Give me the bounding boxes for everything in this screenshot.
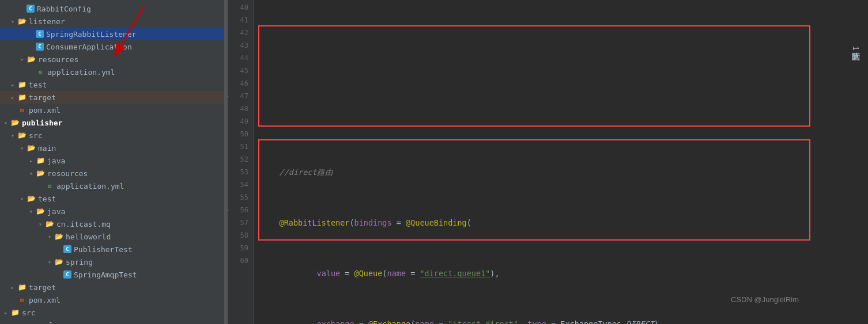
line-num-55: 55 <box>228 191 248 204</box>
tree-label: PublisherTest <box>74 245 133 254</box>
line-num-51: 51 <box>228 140 248 153</box>
tree-item-resources1[interactable]: resources <box>0 53 224 66</box>
tree-item-application-yml-2[interactable]: application.yml <box>0 180 224 192</box>
folder-open-icon <box>10 118 20 127</box>
tree-label: java <box>47 157 65 165</box>
file-tree[interactable]: RabbitConfig listener SpringRabbitListen… <box>0 0 225 324</box>
arrow-icon <box>46 258 53 265</box>
line-num-45: 45 <box>228 64 248 77</box>
tree-label: listener <box>29 17 65 26</box>
folder-open-icon <box>17 17 27 26</box>
tree-item-test2[interactable]: test <box>0 192 224 205</box>
folder-icon <box>17 80 27 89</box>
gutter-marker-56: ◈ <box>228 204 229 216</box>
tree-label: resources <box>38 55 78 64</box>
folder-icon <box>10 308 20 317</box>
tree-item-java1[interactable]: java <box>0 154 224 167</box>
line-num-48: 48 <box>228 102 248 115</box>
tree-label: cn.itcast.mq <box>56 220 111 228</box>
tree-label: src <box>22 308 35 317</box>
gutter-marker-47: ◈ <box>228 90 229 102</box>
arrow-icon <box>18 195 25 202</box>
code-editor: 40 41 42 43 44 45 46 47 ◈ 48 49 50 51 52… <box>228 0 868 324</box>
tree-item-spring-amqp-test[interactable]: SpringAmqpTest <box>0 268 224 281</box>
tree-item-pom-xml-2[interactable]: pom.xml <box>0 293 224 306</box>
tree-label: target <box>29 93 56 102</box>
tree-label: main <box>38 144 56 153</box>
tree-item-helloworld[interactable]: helloworld <box>0 230 224 243</box>
java-class-icon <box>63 245 71 253</box>
line-num-53: 53 <box>228 166 248 178</box>
tree-item-src1[interactable]: src <box>0 129 224 142</box>
tree-item-resources2[interactable]: resources <box>0 167 224 180</box>
annotation-box-1 <box>258 25 810 127</box>
folder-open-icon <box>54 232 63 241</box>
arrow-icon <box>28 157 35 164</box>
arrow-icon <box>46 233 53 240</box>
arrow-icon <box>2 119 9 126</box>
folder-open-icon <box>45 219 54 228</box>
folder-open-icon <box>27 55 36 64</box>
tree-label: RabbitConfig <box>37 5 91 13</box>
tree-label: test <box>29 81 47 89</box>
line-num-59: 59 <box>228 242 248 254</box>
tree-item-src2[interactable]: src <box>0 306 224 319</box>
arrow-icon <box>9 284 16 291</box>
tree-label: java <box>47 207 65 216</box>
folder-open-icon <box>27 143 36 153</box>
tree-label: spring <box>66 258 93 266</box>
maven-icon <box>10 321 20 324</box>
tree-item-cn-itcast-mq[interactable]: cn.itcast.mq <box>0 218 224 230</box>
tree-item-listener[interactable]: listener <box>0 15 224 28</box>
line-num-46: 46 <box>228 77 248 90</box>
folder-icon <box>36 156 45 165</box>
tree-item-test1[interactable]: test <box>0 78 224 91</box>
tree-item-pom-xml-1[interactable]: pom.xml <box>0 104 224 116</box>
line-num-40: 40 <box>228 1 248 14</box>
folder-open-icon <box>36 169 45 178</box>
arrow-icon <box>18 56 25 63</box>
right-side-label: 监听队列1 <box>851 46 861 51</box>
tree-item-pom-xml-3[interactable]: pom.xml <box>0 319 224 324</box>
tree-label: pom.xml <box>29 296 61 304</box>
tree-item-publisher-test[interactable]: PublisherTest <box>0 243 224 256</box>
java-class-icon <box>63 270 71 279</box>
tree-label: application.yml <box>47 68 115 77</box>
arrow-icon <box>28 170 35 177</box>
tree-item-java2[interactable]: java <box>0 205 224 218</box>
code-line-44: exchange = @Exchange(name = "itcast.dire… <box>261 318 861 324</box>
code-line-42: @RabbitListener(bindings = @QueueBinding… <box>261 216 861 229</box>
line-num-56: 56 ◈ <box>228 204 248 216</box>
line-num-42: 42 <box>228 26 248 39</box>
tree-item-main1[interactable]: main <box>0 142 224 154</box>
arrow-icon <box>28 208 35 215</box>
tree-label: resources <box>47 169 88 178</box>
tree-item-spring[interactable]: spring <box>0 256 224 268</box>
tree-label: ConsumerApplication <box>46 43 132 51</box>
line-num-54: 54 <box>228 178 248 191</box>
tree-item-spring-rabbit-listener[interactable]: SpringRabbitListener <box>0 28 224 40</box>
tree-item-rabbitconfig[interactable]: RabbitConfig <box>0 2 224 15</box>
java-class-icon <box>36 30 44 38</box>
tree-label: SpringAmqpTest <box>74 270 137 279</box>
tree-item-target1[interactable]: target <box>0 91 224 104</box>
maven-icon <box>17 105 27 115</box>
code-content[interactable]: //direct路由 @RabbitListener(bindings = @Q… <box>254 0 868 324</box>
watermark: CSDN @JungleiRim <box>731 295 799 304</box>
tree-label: helloworld <box>66 232 111 241</box>
line-numbers: 40 41 42 43 44 45 46 47 ◈ 48 49 50 51 52… <box>228 0 254 324</box>
line-num-43: 43 <box>228 39 248 52</box>
tree-item-consumer-application[interactable]: ConsumerApplication <box>0 40 224 53</box>
arrow-icon <box>9 81 16 88</box>
tree-item-target2[interactable]: target <box>0 281 224 293</box>
tree-label: src <box>29 131 42 140</box>
tree-label: pom.xml <box>22 321 54 325</box>
line-num-60: 60 <box>228 254 248 267</box>
tree-item-publisher[interactable]: publisher <box>0 116 224 129</box>
arrow-icon <box>2 309 9 316</box>
tree-item-application-yml-1[interactable]: application.yml <box>0 66 224 78</box>
arrow-icon <box>37 220 44 227</box>
folder-open-icon <box>17 131 27 140</box>
line-num-52: 52 <box>228 153 248 166</box>
arrow-icon <box>18 144 25 151</box>
